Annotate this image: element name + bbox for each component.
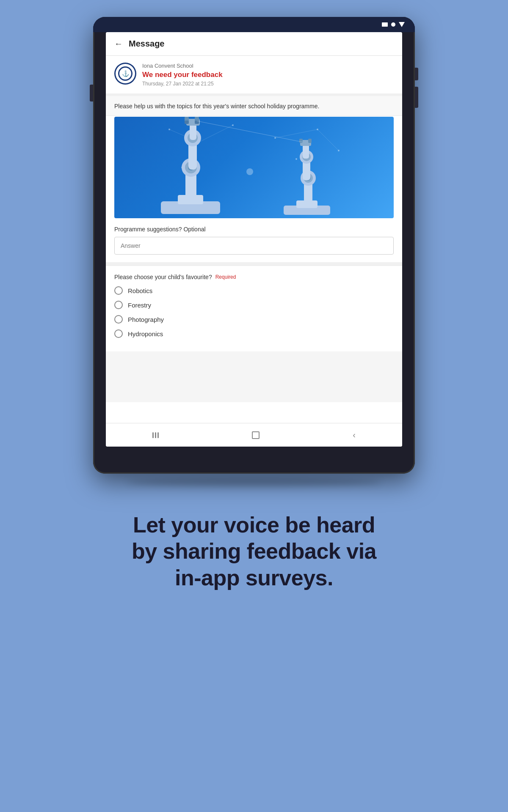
tablet-shadow [127,478,381,486]
status-bar [93,17,415,32]
recent-apps-button[interactable] [152,432,159,438]
empty-space [106,351,402,402]
message-date: Thursday, 27 Jan 2022 at 21:25 [142,81,394,87]
battery-icon [382,22,388,27]
option-robotics[interactable]: Robotics [114,286,394,295]
choice-question: Please choose your child's favourite? Re… [114,274,394,280]
suggestion-form-section: Programme suggestions? Optional [106,218,402,262]
description-text: Please help us with the topics for this … [106,96,402,116]
option-robotics-label: Robotics [128,287,152,294]
svg-line-44 [197,121,303,142]
option-photography[interactable]: Photography [114,315,394,324]
robot-arms-illustration [114,117,394,218]
school-logo: ⚓ [114,63,136,85]
school-logo-inner: ⚓ [116,64,135,83]
bottom-nav: ‹ [106,423,402,447]
option-hydroponics[interactable]: Hydroponics [114,329,394,338]
option-hydroponics-label: Hydroponics [128,330,163,337]
radio-forestry[interactable] [114,301,123,309]
suggestion-label: Programme suggestions? Optional [114,226,394,233]
tagline-line1: Let your voice be heard [133,513,375,537]
svg-text:⚓: ⚓ [122,70,130,77]
content-area[interactable]: Please help us with the topics for this … [106,96,402,423]
choice-question-text: Please choose your child's favourite? [114,274,212,280]
nav-line-3 [157,432,159,438]
message-card: ⚓ Iona Convent School We need your feedb… [106,56,402,96]
tagline-section: Let your voice be heard by sharing feedb… [93,512,415,591]
answer-input[interactable] [114,237,394,255]
home-button[interactable] [252,431,260,439]
back-nav-button[interactable]: ‹ [353,430,356,440]
power-button [90,85,93,102]
svg-line-13 [275,129,318,138]
svg-line-12 [199,125,233,142]
school-crest-icon: ⚓ [118,66,133,81]
app-header: ← Message [106,32,402,56]
signal-icon [399,22,405,27]
wifi-icon [391,22,395,27]
message-info: Iona Convent School We need your feedbac… [142,63,394,87]
school-name-label: Iona Convent School [142,63,394,69]
section-divider [106,262,402,266]
nav-line-2 [155,432,156,438]
svg-point-43 [246,168,253,175]
svg-rect-42 [308,139,312,143]
back-button[interactable]: ← [114,39,123,49]
tagline-text: Let your voice be heard by sharing feedb… [110,512,398,591]
choice-section: Please choose your child's favourite? Re… [106,266,402,351]
robot-image [114,117,394,218]
required-badge: Required [215,274,236,280]
radio-robotics[interactable] [114,286,123,295]
option-photography-label: Photography [128,316,164,323]
message-subject: We need your feedback [142,71,394,79]
nav-line-1 [152,432,154,438]
svg-point-10 [295,158,297,160]
volume-down-button [415,87,418,108]
page-title: Message [129,39,165,49]
svg-rect-28 [185,121,189,124]
option-forestry-label: Forestry [128,302,151,309]
tablet-screen: ← Message ⚓ Iona Convent School We need … [106,32,402,447]
volume-up-button [415,68,418,80]
tagline-line2: by sharing feedback via [132,539,376,563]
radio-photography[interactable] [114,315,123,324]
tagline-line3: in-app surveys. [175,565,333,590]
svg-rect-39 [303,144,309,159]
svg-line-14 [318,129,339,151]
radio-hydroponics[interactable] [114,329,123,338]
svg-rect-41 [299,139,303,143]
tablet-device: ← Message ⚓ Iona Convent School We need … [93,17,415,474]
option-forestry[interactable]: Forestry [114,301,394,309]
